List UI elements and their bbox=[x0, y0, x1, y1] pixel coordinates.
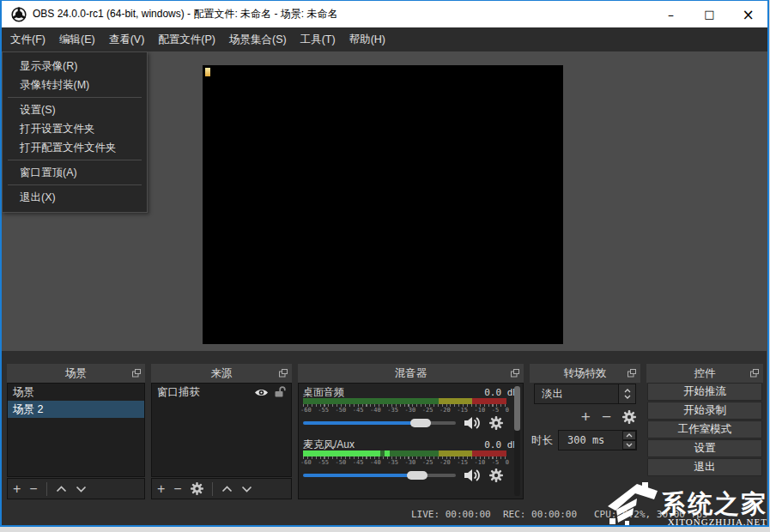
volume-slider-handle[interactable] bbox=[410, 419, 431, 427]
controls-panel: 控件 开始推流 开始录制 工作室模式 设置 退出 bbox=[646, 364, 763, 499]
speaker-icon[interactable] bbox=[464, 469, 482, 482]
volume-meter bbox=[303, 450, 506, 456]
obs-window: OBS 24.0.0-rc1 (64-bit, windows) - 配置文件:… bbox=[0, 0, 769, 527]
menu-item-exit[interactable]: 退出(X) bbox=[3, 188, 147, 207]
channel-settings-gear-icon[interactable] bbox=[489, 416, 503, 430]
menu-item-show-recordings[interactable]: 显示录像(R) bbox=[3, 57, 147, 76]
transitions-panel: 转场特效 淡出 + − bbox=[530, 364, 640, 499]
meter-scale: -60-55-50-45-40-35-30-25-20-15-10-50 bbox=[303, 456, 506, 467]
move-scene-down-button[interactable] bbox=[76, 486, 87, 493]
menu-item-remux-recordings[interactable]: 录像转封装(M) bbox=[3, 76, 147, 94]
popout-icon[interactable] bbox=[511, 369, 519, 378]
scene-label: 场景 2 bbox=[13, 401, 43, 418]
transition-selected-value: 淡出 bbox=[535, 387, 618, 402]
volume-slider-handle[interactable] bbox=[407, 471, 427, 480]
source-properties-gear-icon[interactable] bbox=[191, 482, 203, 495]
menu-edit[interactable]: 编辑(E) bbox=[52, 27, 102, 51]
menu-profile[interactable]: 配置文件(P) bbox=[151, 27, 222, 51]
scene-row-selected[interactable]: 场景 2 bbox=[8, 401, 144, 418]
visibility-eye-icon[interactable] bbox=[254, 388, 269, 397]
chevron-down-icon bbox=[626, 443, 633, 447]
popout-icon[interactable] bbox=[750, 369, 759, 378]
meter-scale: -60-55-50-45-40-35-30-25-20-15-10-50 bbox=[303, 404, 506, 414]
start-streaming-button[interactable]: 开始推流 bbox=[647, 383, 762, 401]
source-label: 窗口捕获 bbox=[157, 384, 200, 401]
move-source-up-button[interactable] bbox=[221, 486, 233, 493]
popout-icon[interactable] bbox=[132, 369, 141, 378]
scenes-panel-title: 场景 bbox=[65, 367, 87, 379]
settings-button[interactable]: 设置 bbox=[647, 439, 762, 457]
transition-select[interactable]: 淡出 bbox=[534, 384, 636, 404]
sources-panel-header[interactable]: 来源 bbox=[151, 364, 292, 383]
channel-settings-gear-icon[interactable] bbox=[489, 469, 503, 482]
preview-canvas[interactable] bbox=[203, 65, 563, 344]
studio-mode-button[interactable]: 工作室模式 bbox=[647, 420, 762, 438]
remove-scene-button[interactable]: − bbox=[29, 479, 37, 499]
sources-panel-title: 来源 bbox=[211, 367, 233, 379]
popout-icon[interactable] bbox=[279, 369, 288, 378]
move-scene-up-button[interactable] bbox=[56, 486, 67, 493]
live-time: LIVE: 00:00:00 bbox=[411, 509, 491, 520]
mixer-content: 桌面音频 0.0 dB -60-55-50-45-40-35-30-25-20-… bbox=[298, 383, 524, 499]
transitions-panel-header[interactable]: 转场特效 bbox=[530, 364, 640, 383]
volume-slider[interactable] bbox=[303, 470, 456, 481]
menu-scene-collection[interactable]: 场景集合(S) bbox=[222, 27, 294, 51]
scenes-panel-header[interactable]: 场景 bbox=[7, 364, 145, 383]
volume-slider[interactable] bbox=[303, 418, 456, 428]
maximize-button[interactable]: □ bbox=[690, 1, 729, 27]
duration-decrease-button[interactable] bbox=[622, 440, 636, 450]
chevron-up-icon bbox=[624, 389, 631, 393]
source-row[interactable]: 窗口捕获 bbox=[152, 384, 291, 401]
mixer-panel: 混音器 桌面音频 0.0 dB bbox=[298, 364, 524, 499]
menu-file[interactable]: 文件(F) bbox=[3, 27, 52, 51]
menu-bar: 文件(F) 编辑(E) 查看(V) 配置文件(P) 场景集合(S) 工具(T) … bbox=[2, 27, 767, 51]
remove-transition-button[interactable]: − bbox=[602, 407, 611, 426]
title-bar[interactable]: OBS 24.0.0-rc1 (64-bit, windows) - 配置文件:… bbox=[2, 1, 767, 27]
combo-spinner[interactable] bbox=[618, 384, 635, 403]
duration-spinbox[interactable]: 300 ms bbox=[558, 430, 637, 450]
remove-source-button[interactable]: − bbox=[173, 479, 181, 499]
menu-tools[interactable]: 工具(T) bbox=[294, 27, 343, 51]
scrollbar-thumb[interactable] bbox=[514, 386, 520, 431]
scenes-toolbar: + − bbox=[7, 478, 145, 499]
add-source-button[interactable]: + bbox=[157, 479, 165, 499]
volume-meter bbox=[303, 398, 506, 404]
file-menu-dropdown: 显示录像(R) 录像转封装(M) 设置(S) 打开设置文件夹 打开配置文件文件夹… bbox=[2, 51, 148, 213]
sources-list: 窗口捕获 bbox=[151, 383, 292, 477]
duration-value: 300 ms bbox=[559, 434, 622, 446]
close-button[interactable]: × bbox=[729, 1, 767, 27]
duration-label: 时长 bbox=[531, 433, 553, 448]
minimize-button[interactable]: – bbox=[652, 1, 690, 27]
lock-open-icon[interactable] bbox=[274, 386, 286, 398]
start-recording-button[interactable]: 开始录制 bbox=[647, 402, 762, 420]
controls-panel-header[interactable]: 控件 bbox=[646, 364, 763, 383]
mixer-panel-title: 混音器 bbox=[395, 367, 427, 379]
scenes-list: 场景 场景 2 bbox=[7, 383, 145, 477]
menu-item-open-settings-folder[interactable]: 打开设置文件夹 bbox=[3, 119, 147, 138]
popout-icon[interactable] bbox=[628, 369, 636, 378]
mixer-scrollbar[interactable] bbox=[514, 386, 520, 496]
transition-properties-gear-icon[interactable] bbox=[622, 410, 636, 424]
menu-separator bbox=[8, 160, 142, 160]
menu-item-open-profile-folder[interactable]: 打开配置文件文件夹 bbox=[3, 138, 147, 157]
menu-item-settings[interactable]: 设置(S) bbox=[3, 100, 147, 119]
add-transition-button[interactable]: + bbox=[581, 407, 591, 426]
menu-help[interactable]: 帮助(H) bbox=[343, 27, 392, 51]
sources-toolbar: + − bbox=[151, 478, 292, 499]
exit-button[interactable]: 退出 bbox=[647, 458, 762, 476]
mixer-panel-header[interactable]: 混音器 bbox=[298, 364, 524, 383]
menu-item-always-on-top[interactable]: 窗口置顶(A) bbox=[3, 163, 147, 182]
scene-row[interactable]: 场景 bbox=[8, 384, 144, 401]
transition-duration-row: 时长 300 ms bbox=[531, 430, 637, 450]
menu-view[interactable]: 查看(V) bbox=[102, 27, 152, 51]
move-source-down-button[interactable] bbox=[241, 486, 252, 493]
add-scene-button[interactable]: + bbox=[13, 479, 21, 499]
speaker-icon[interactable] bbox=[464, 416, 482, 430]
xitongzhijia-logo-icon bbox=[608, 481, 658, 527]
window-title: OBS 24.0.0-rc1 (64-bit, windows) - 配置文件:… bbox=[33, 7, 337, 21]
scene-label: 场景 bbox=[13, 384, 34, 401]
duration-increase-button[interactable] bbox=[622, 431, 636, 440]
chevron-down-icon bbox=[624, 395, 631, 399]
mixer-channel-mic-aux: 麦克风/Aux 0.0 dB -60-55-50-45-4 bbox=[303, 438, 518, 482]
screenshot-root: OBS 24.0.0-rc1 (64-bit, windows) - 配置文件:… bbox=[0, 0, 770, 532]
